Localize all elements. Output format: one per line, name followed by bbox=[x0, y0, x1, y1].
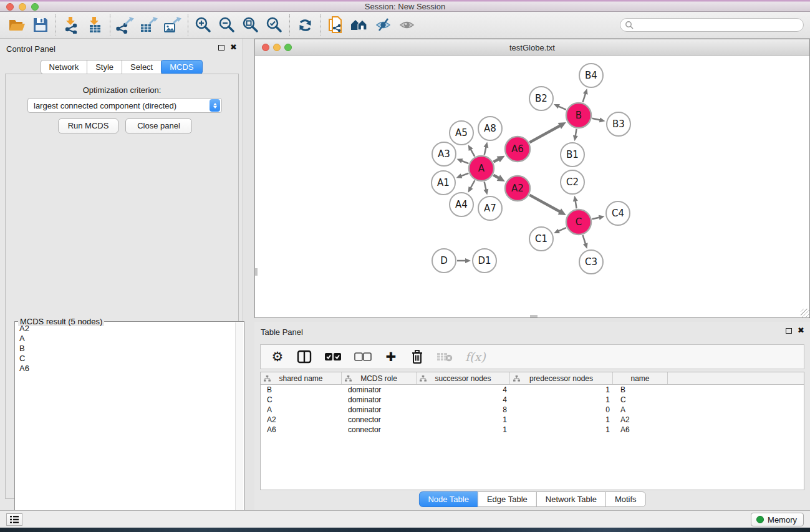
mcds-result-list[interactable]: A2ABCA6 bbox=[16, 324, 234, 532]
cell-predecessor-nodes[interactable]: 1 bbox=[510, 425, 613, 434]
cell-mcds-role[interactable]: dominator bbox=[342, 385, 417, 394]
resize-grip-icon[interactable] bbox=[801, 309, 809, 317]
cell-name[interactable]: A2 bbox=[613, 415, 668, 424]
graph-node-A5[interactable]: A5 bbox=[450, 121, 473, 145]
graph-edge-B-B4[interactable] bbox=[583, 94, 586, 102]
tab-select[interactable]: Select bbox=[122, 60, 162, 74]
result-scrollbar[interactable] bbox=[235, 322, 243, 532]
open-file-button[interactable] bbox=[5, 13, 29, 37]
mcds-result-item[interactable]: A2 bbox=[16, 324, 234, 334]
add-column-button[interactable]: ✚ bbox=[384, 351, 398, 363]
mcds-result-item[interactable]: A6 bbox=[16, 364, 234, 374]
graph-node-B2[interactable]: B2 bbox=[529, 87, 553, 110]
vertical-scroll-indicator[interactable] bbox=[255, 268, 258, 276]
graph-node-B3[interactable]: B3 bbox=[607, 112, 630, 136]
cell-successor-nodes[interactable]: 1 bbox=[417, 415, 510, 424]
hide-graphics-details-button[interactable] bbox=[371, 13, 395, 37]
column-header-successor-nodes[interactable]: successor nodes bbox=[417, 372, 510, 384]
graph-node-A7[interactable]: A7 bbox=[478, 196, 502, 220]
column-header-shared-name[interactable]: shared name bbox=[261, 372, 342, 384]
clone-network-button[interactable] bbox=[324, 13, 347, 37]
cell-predecessor-nodes[interactable]: 1 bbox=[510, 415, 613, 424]
apply-function-button[interactable]: f(x) bbox=[465, 350, 486, 364]
zoom-in-button[interactable] bbox=[191, 13, 215, 37]
table-row[interactable]: A6connector11A6 bbox=[261, 425, 804, 435]
import-network-button[interactable] bbox=[59, 13, 83, 37]
tab-network[interactable]: Network bbox=[40, 60, 87, 74]
graph-node-B[interactable]: B bbox=[566, 103, 591, 128]
horizontal-scroll-indicator[interactable] bbox=[530, 315, 538, 317]
table-row[interactable]: Bdominator41B bbox=[261, 385, 804, 395]
table-row[interactable]: Cdominator41C bbox=[261, 395, 804, 405]
graph-node-A[interactable]: A bbox=[469, 156, 494, 181]
import-table-button[interactable] bbox=[83, 13, 107, 37]
window-titlebar[interactable]: Session: New Session bbox=[0, 0, 810, 12]
table-settings-button[interactable]: ⚙ bbox=[271, 351, 284, 363]
cell-name[interactable]: B bbox=[613, 385, 668, 394]
graph-edge-A-A6[interactable] bbox=[493, 159, 499, 162]
cell-shared-name[interactable]: A bbox=[261, 405, 342, 414]
graph-node-A3[interactable]: A3 bbox=[432, 142, 456, 166]
graph-edge-B-B2[interactable] bbox=[558, 106, 566, 110]
float-panel-icon[interactable] bbox=[218, 45, 224, 51]
graph-edge-A6-B[interactable] bbox=[529, 125, 560, 142]
graph-edge-C-C1[interactable] bbox=[558, 228, 566, 231]
column-header-mcds-role[interactable]: MCDS role bbox=[342, 372, 417, 384]
cell-predecessor-nodes[interactable]: 1 bbox=[510, 395, 613, 404]
zoom-selected-button[interactable] bbox=[263, 13, 286, 37]
cell-successor-nodes[interactable]: 1 bbox=[417, 425, 510, 434]
tab-network-table[interactable]: Network Table bbox=[536, 491, 606, 507]
cell-shared-name[interactable]: B bbox=[261, 385, 342, 394]
close-panel-icon[interactable]: ✖ bbox=[230, 44, 237, 51]
graph-node-C3[interactable]: C3 bbox=[579, 250, 603, 274]
zoom-fit-button[interactable] bbox=[239, 13, 263, 37]
table-row[interactable]: Adominator80A bbox=[261, 405, 804, 415]
zoom-out-button[interactable] bbox=[215, 13, 239, 37]
graph-edge-C-C2[interactable] bbox=[576, 201, 577, 209]
tab-edge-table[interactable]: Edge Table bbox=[478, 491, 537, 507]
search-input[interactable] bbox=[620, 18, 804, 32]
show-graphics-details-button[interactable] bbox=[395, 13, 418, 37]
graph-node-B1[interactable]: B1 bbox=[561, 143, 584, 167]
network-window-titlebar[interactable]: testGlobe.txt bbox=[255, 39, 809, 56]
column-header-predecessor-nodes[interactable]: predecessor nodes bbox=[510, 372, 613, 384]
cell-mcds-role[interactable]: connector bbox=[342, 415, 417, 424]
tab-node-table[interactable]: Node Table bbox=[418, 491, 478, 507]
graph-edge-A-A2[interactable] bbox=[493, 175, 499, 178]
graph-node-A6[interactable]: A6 bbox=[505, 137, 530, 162]
close-table-panel-icon[interactable]: ✖ bbox=[798, 327, 804, 334]
cell-mcds-role[interactable]: dominator bbox=[342, 405, 417, 414]
cell-successor-nodes[interactable]: 4 bbox=[417, 395, 510, 404]
home-button[interactable] bbox=[347, 13, 371, 37]
cell-shared-name[interactable]: A6 bbox=[261, 425, 342, 434]
cell-name[interactable]: A bbox=[613, 405, 668, 414]
graph-node-A2[interactable]: A2 bbox=[505, 176, 530, 201]
graph-edge-A-A4[interactable] bbox=[470, 180, 475, 188]
graph-edge-B-B1[interactable] bbox=[576, 129, 577, 137]
graph-node-C2[interactable]: C2 bbox=[561, 170, 584, 194]
table-row[interactable]: A2connector11A2 bbox=[261, 415, 804, 425]
select-all-columns-button[interactable] bbox=[324, 352, 342, 361]
run-mcds-button[interactable]: Run MCDS bbox=[58, 118, 118, 133]
export-network-button[interactable] bbox=[113, 13, 137, 37]
float-table-panel-icon[interactable] bbox=[786, 328, 792, 334]
cell-predecessor-nodes[interactable]: 1 bbox=[510, 385, 613, 394]
cell-mcds-role[interactable]: connector bbox=[342, 425, 417, 434]
cell-predecessor-nodes[interactable]: 0 bbox=[510, 405, 613, 414]
cell-shared-name[interactable]: A2 bbox=[261, 415, 342, 424]
node-table[interactable]: shared nameMCDS rolesuccessor nodesprede… bbox=[260, 372, 804, 490]
mcds-result-item[interactable]: B bbox=[16, 344, 234, 354]
cell-mcds-role[interactable]: dominator bbox=[342, 395, 417, 404]
memory-button[interactable]: Memory bbox=[751, 513, 804, 526]
delete-table-button[interactable] bbox=[436, 351, 453, 362]
network-canvas[interactable]: B4B2BB3A8A5A6A3B1AA1C2A2A4A7C4CC1DD1C3 bbox=[255, 56, 809, 317]
graph-edge-B-B3[interactable] bbox=[592, 118, 600, 120]
cell-successor-nodes[interactable]: 4 bbox=[417, 385, 510, 394]
cell-name[interactable]: A6 bbox=[613, 425, 668, 434]
graph-edge-C-C4[interactable] bbox=[592, 218, 599, 220]
graph-edge-C-C3[interactable] bbox=[583, 235, 586, 244]
graph-edge-A-A5[interactable] bbox=[471, 149, 475, 157]
graph-node-B4[interactable]: B4 bbox=[579, 64, 603, 87]
delete-column-button[interactable] bbox=[410, 349, 424, 364]
split-columns-button[interactable] bbox=[297, 350, 312, 364]
